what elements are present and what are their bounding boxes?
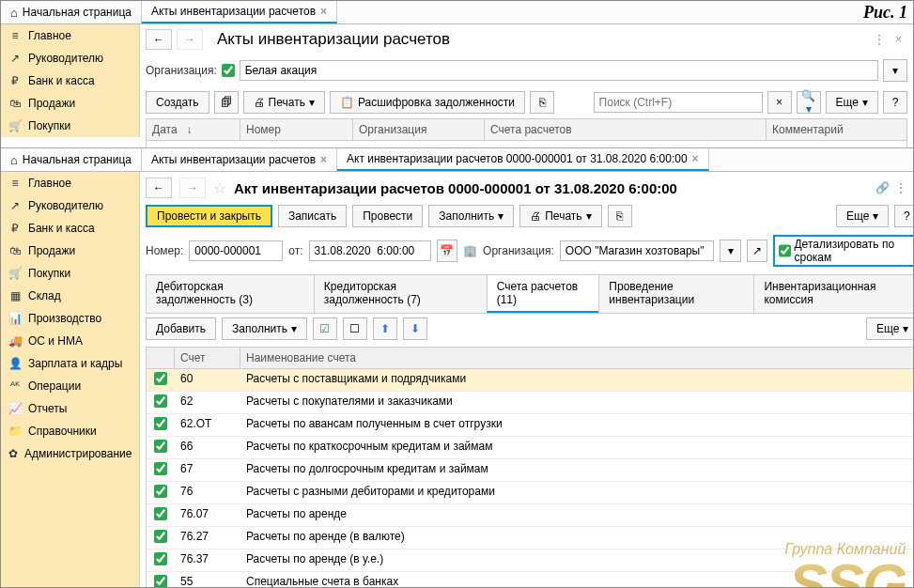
tab-item[interactable]: Акт инвентаризации расчетов 0000-000001 …	[337, 148, 709, 171]
move-up-button[interactable]: ⬆	[373, 317, 397, 340]
col-number[interactable]: Номер	[240, 119, 353, 140]
table-row[interactable]: 67Расчеты по долгосрочным кредитам и зай…	[147, 459, 914, 482]
related-button-2[interactable]: ⎘	[608, 205, 632, 227]
table-row[interactable]: 62Расчеты с покупателями и заказчиками	[147, 392, 914, 414]
table-row[interactable]: 60Расчеты с поставщиками и подрядчиками	[147, 369, 914, 392]
doc-tab[interactable]: Кредиторская задолженность (7)	[314, 274, 488, 313]
tab-item[interactable]: ⌂Начальная страница	[1, 1, 142, 23]
table-row[interactable]: 76Расчеты с разными дебиторами и кредито…	[147, 482, 914, 504]
row-checkbox[interactable]	[154, 372, 167, 385]
sidebar-item[interactable]: 📊Производство	[1, 307, 139, 330]
sidebar-item[interactable]: ↗Руководителю	[1, 194, 139, 217]
link-icon[interactable]: 🔗	[875, 181, 890, 194]
col-org[interactable]: Организация	[353, 119, 485, 140]
tab-item[interactable]: ⌂Начальная страница	[1, 148, 142, 171]
doc-tab[interactable]: Счета расчетов (11)	[487, 274, 600, 313]
tab-item[interactable]: Акты инвентаризации расчетов×	[142, 1, 337, 23]
sidebar-item[interactable]: 🛒Покупки	[1, 115, 139, 137]
nav-back-button[interactable]: ←	[146, 29, 172, 50]
favorite-star-icon[interactable]: ☆	[213, 179, 226, 197]
help-button-2[interactable]: ?	[894, 205, 914, 227]
related-button[interactable]: ⎘	[530, 91, 554, 114]
sidebar-item[interactable]: ≡Главное	[1, 172, 139, 194]
detail-by-terms-checkbox[interactable]	[779, 244, 791, 257]
sidebar-item[interactable]: 🛒Покупки	[1, 262, 139, 285]
row-checkbox[interactable]	[154, 417, 167, 430]
more-button-1[interactable]: Еще ▾	[826, 91, 878, 114]
org-filter-input[interactable]	[240, 60, 878, 81]
tab-close-icon[interactable]: ×	[320, 153, 327, 166]
sidebar-item[interactable]: 🛍Продажи	[1, 240, 139, 262]
row-checkbox[interactable]	[154, 395, 167, 408]
sidebar-item[interactable]: 📈Отчеты	[1, 397, 139, 420]
row-checkbox[interactable]	[154, 485, 167, 498]
print-button-1[interactable]: 🖨 Печать ▾	[243, 91, 325, 114]
org-select-button[interactable]: ▾	[720, 240, 741, 262]
tab-close-icon[interactable]: ×	[692, 152, 699, 165]
search-input[interactable]	[594, 92, 763, 113]
save-button[interactable]: Записать	[278, 205, 347, 227]
col-accounts[interactable]: Счета расчетов	[485, 119, 767, 140]
sidebar-item[interactable]: ₽Банк и касса	[1, 70, 139, 92]
row-checkbox[interactable]	[154, 462, 167, 475]
row-checkbox[interactable]	[154, 552, 167, 565]
table-row[interactable]: 55Специальные счета в банках	[147, 572, 914, 588]
help-button-1[interactable]: ?	[883, 91, 907, 114]
more-button-2[interactable]: Еще ▾	[836, 205, 889, 227]
table-row[interactable]: 66Расчеты по краткосрочным кредитам и за…	[147, 437, 914, 459]
sidebar-item[interactable]: ≡Главное	[1, 24, 139, 47]
org-open-button[interactable]: ↗	[747, 240, 768, 262]
sidebar-item[interactable]: ᴬᴷОперации	[1, 375, 139, 397]
sidebar-item[interactable]: 🚚ОС и НМА	[1, 330, 139, 352]
org-dropdown-button[interactable]: ▾	[883, 59, 907, 82]
date-input[interactable]	[309, 240, 431, 261]
nav-forward-button[interactable]: →	[177, 29, 203, 50]
doc-tab[interactable]: Проведение инвентаризации	[598, 274, 754, 313]
nav-forward-button-2[interactable]: →	[179, 178, 206, 198]
create-button[interactable]: Создать	[146, 91, 209, 114]
table-row[interactable]: 76.07Расчеты по аренде	[147, 504, 914, 527]
sidebar-item[interactable]: ↗Руководителю	[1, 47, 139, 70]
sidebar-item[interactable]: 🛍Продажи	[1, 92, 139, 115]
check-all-button[interactable]: ☑	[313, 317, 337, 340]
uncheck-all-button[interactable]: ☐	[343, 317, 367, 340]
copy-button[interactable]: 🗐	[214, 91, 239, 114]
row-checkbox[interactable]	[154, 575, 167, 588]
more-button-grid[interactable]: Еще ▾	[866, 317, 914, 340]
search-clear-button[interactable]: ×	[767, 91, 792, 114]
grid-col-account[interactable]: Счет	[175, 348, 240, 368]
nav-back-button-2[interactable]: ←	[146, 178, 172, 198]
table-row[interactable]: 76.27Расчеты по аренде (в валюте)	[147, 527, 914, 549]
fill-button-doc[interactable]: Заполнить ▾	[428, 205, 514, 227]
doc-tab[interactable]: Дебиторская задолженность (3)	[146, 274, 315, 313]
org-filter-checkbox[interactable]	[222, 64, 235, 77]
col-date[interactable]: Дата ↓	[147, 119, 240, 140]
fill-rows-button[interactable]: Заполнить ▾	[222, 317, 307, 340]
tab-item[interactable]: Акты инвентаризации расчетов×	[142, 148, 337, 171]
row-checkbox[interactable]	[154, 530, 167, 543]
sidebar-item[interactable]: ₽Банк и касса	[1, 217, 139, 240]
grid-col-name[interactable]: Наименование счета	[240, 348, 914, 368]
sidebar-item[interactable]: 📁Справочники	[1, 420, 139, 442]
calendar-button[interactable]: 📅	[437, 240, 458, 262]
sidebar-item[interactable]: 👤Зарплата и кадры	[1, 352, 139, 375]
table-row[interactable]: 62.ОТРасчеты по авансам полученным в сче…	[147, 414, 914, 437]
move-down-button[interactable]: ⬇	[403, 317, 427, 340]
search-button[interactable]: 🔍 ▾	[797, 91, 821, 114]
sidebar-item[interactable]: ✿Администрирование	[1, 442, 139, 465]
doc-tab[interactable]: Инвентаризационная комиссия	[753, 274, 914, 313]
sidebar-item[interactable]: ▦Склад	[1, 285, 139, 307]
detail-debt-button[interactable]: 📋 Расшифровка задолженности	[330, 91, 525, 114]
org-input[interactable]	[560, 240, 715, 261]
menu-icon[interactable]: ⋮	[874, 33, 885, 46]
table-row[interactable]: 76.37Расчеты по аренде (в у.е.)	[147, 549, 914, 572]
post-button[interactable]: Провести	[352, 205, 423, 227]
row-checkbox[interactable]	[154, 440, 167, 453]
print-button-2[interactable]: 🖨 Печать ▾	[519, 205, 601, 227]
col-comment[interactable]: Комментарий	[767, 119, 906, 140]
detail-by-terms-wrap[interactable]: Детализировать по срокам	[773, 235, 914, 267]
tab-close-icon[interactable]: ×	[320, 5, 327, 18]
close-icon[interactable]: ×	[895, 33, 902, 46]
menu-icon-2[interactable]: ⋮	[895, 181, 906, 194]
row-checkbox[interactable]	[154, 507, 167, 520]
